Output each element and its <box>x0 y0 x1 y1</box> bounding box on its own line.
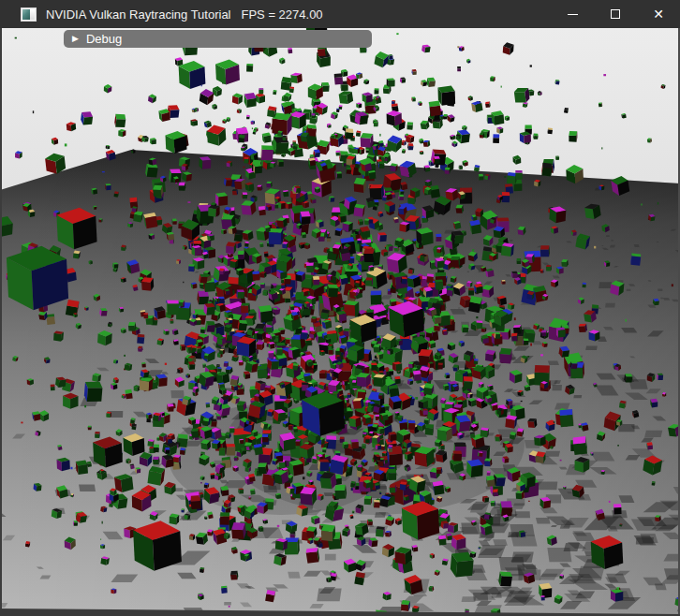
maximize-icon <box>611 9 620 19</box>
titlebar: NVIDIA Vulkan Raytracing Tutorial FPS = … <box>0 0 680 28</box>
app-icon <box>21 7 37 22</box>
app-icon-left <box>22 9 30 20</box>
collapse-arrow-icon: ▶ <box>72 35 79 43</box>
minimize-icon <box>568 14 578 15</box>
app-window: NVIDIA Vulkan Raytracing Tutorial FPS = … <box>0 0 680 616</box>
maximize-button[interactable] <box>594 0 637 28</box>
window-controls: ✕ <box>551 0 680 28</box>
close-icon: ✕ <box>653 7 664 21</box>
raytraced-scene-canvas[interactable] <box>0 28 680 616</box>
render-viewport: ▶ Debug <box>0 28 680 616</box>
window-title: NVIDIA Vulkan Raytracing Tutorial <box>46 7 231 22</box>
fps-counter: FPS = 2274.00 <box>242 7 323 22</box>
debug-header-label: Debug <box>86 32 122 46</box>
debug-collapsing-header[interactable]: ▶ Debug <box>64 30 372 48</box>
minimize-button[interactable] <box>551 0 594 28</box>
close-button[interactable]: ✕ <box>637 0 680 28</box>
app-icon-right <box>30 9 35 20</box>
